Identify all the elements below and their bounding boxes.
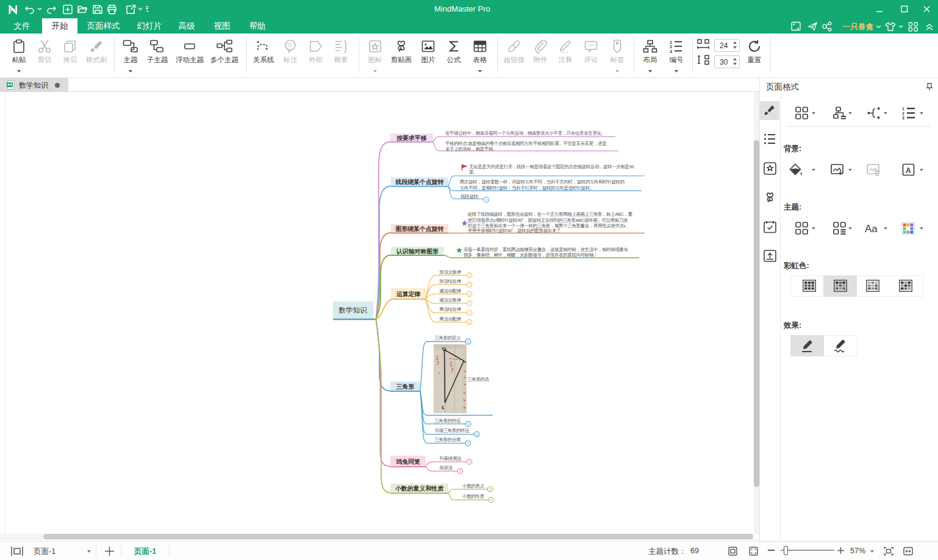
svg-text:2: 2 (902, 112, 904, 116)
svg-text:1: 1 (490, 498, 492, 502)
svg-text:1: 1 (468, 311, 470, 314)
svg-text:3: 3 (467, 422, 469, 426)
svg-text:假设法: 假设法 (440, 465, 453, 470)
svg-text:很多，像剪纸，树叶，蝴蝶，京剧脸谱等，折痕所在的直线叫对称轴: 很多，像剪纸，树叶，蝴蝶，京剧脸谱等，折痕所在的直线叫对称轴！ (464, 252, 598, 258)
svg-text:1: 1 (467, 340, 469, 344)
svg-text:Aa: Aa (865, 223, 878, 235)
svg-text:1: 1 (468, 321, 470, 324)
svg-text:小数的意义: 小数的意义 (462, 483, 484, 489)
svg-text:1: 1 (468, 292, 470, 296)
svg-text:三角形的分类: 三角形的分类 (435, 437, 462, 442)
svg-text:线段旋转: 线段旋转 (461, 194, 479, 199)
svg-text:减法分配律: 减法分配律 (439, 288, 461, 294)
svg-text:处除了线段能旋转，图形也会旋转，在一个正方形网格上画画上三角: 处除了线段能旋转，图形也会旋转，在一个正方形网格上画画上三角形，标上ABC，要 (467, 211, 633, 217)
svg-text:减法交换律: 减法交换律 (439, 297, 461, 303)
svg-text:2: 2 (489, 487, 491, 491)
svg-text:两次旋转，旋转度数一样，但旋转方向不同，当杆子关闭时，旋转的: 两次旋转，旋转度数一样，但旋转方向不同，当杆子关闭时，旋转的方向和时针旋转的 (459, 179, 625, 185)
svg-text:三角形的特征: 三角形的特征 (435, 418, 462, 424)
svg-text:1: 1 (902, 107, 904, 111)
svg-text:把它绕着原点c顺时针旋转90°，那旋转之后得到的三角形ABC: 把它绕着原点c顺时针旋转90°，那旋转之后得到的三角形ABC该咋画，可以用剪刀按 (468, 218, 628, 223)
svg-text:小数的性质: 小数的性质 (462, 494, 484, 499)
svg-text:认识轴对称图形: 认识轴对称图形 (396, 248, 439, 255)
svg-text:A: A (906, 166, 911, 175)
svg-text:并用手按顺时针旋转90°，旋转后的图形就出来了: 并用手按顺时针旋转90°，旋转后的图形就出来了 (468, 228, 560, 233)
svg-text:一只兽禽: 一只兽禽 (843, 22, 874, 30)
svg-text:1: 1 (468, 302, 470, 305)
svg-text:无论是是关闭还是打开，线段一都是绕着这个固定的点在做旋转运动: 无论是是关闭还是打开，线段一都是绕着这个固定的点在做旋转运动，旋转一次都是90 (469, 164, 634, 169)
svg-text:3: 3 (670, 49, 672, 54)
svg-text:度。: 度。 (469, 169, 478, 175)
svg-text:三角形: 三角形 (396, 383, 415, 390)
svg-text:乘法分配律: 乘法分配律 (439, 316, 461, 322)
svg-text:按要求平移: 按要求平移 (396, 135, 427, 141)
svg-text:3: 3 (485, 198, 487, 202)
svg-text:小数的意义和性质: 小数的意义和性质 (395, 485, 444, 492)
svg-text:2: 2 (467, 441, 469, 445)
svg-text:在平移过程中，物体沿着同一个方向运动，物体形状大小不变，只有: 在平移过程中，物体沿着同一个方向运动，物体形状大小不变，只有位置发生变化。 (445, 130, 606, 136)
svg-text:沿着一条直线对折，直线两边能够完全重合，这就是轴对称，在生活: 沿着一条直线对折，直线两边能够完全重合，这就是轴对称，在生活中，轴对称现象有 (464, 247, 629, 252)
svg-text:平移的特点:就是物体的每个点都沿着相同方向平移相同距离，不管: 平移的特点:就是物体的每个点都沿着相同方向平移相同距离，不管是车头车尾，还是 (445, 141, 606, 146)
svg-text:3: 3 (902, 116, 904, 120)
svg-text:1: 1 (468, 283, 470, 286)
svg-text:图形绕某个点旋转: 图形绕某个点旋转 (396, 225, 444, 232)
svg-text:5: 5 (459, 469, 461, 473)
svg-text:列表猜测法: 列表猜测法 (440, 456, 462, 461)
svg-text:1: 1 (468, 274, 470, 277)
svg-text:3: 3 (476, 433, 478, 436)
svg-text:鸡兔同笼: 鸡兔同笼 (395, 458, 420, 465)
svg-text:加法结合律: 加法结合律 (439, 278, 461, 284)
svg-text:乘法结合律: 乘法结合律 (439, 307, 461, 312)
svg-text:桌子上的水杯，都是平移。: 桌子上的水杯，都是平移。 (445, 146, 497, 152)
svg-text:三角形的高: 三角形的高 (468, 377, 490, 382)
svg-text:三角形的定义: 三角形的定义 (435, 335, 462, 341)
svg-text:线段绕某个点旋转: 线段绕某个点旋转 (395, 179, 444, 185)
svg-text:加法交换律: 加法交换律 (439, 269, 461, 275)
svg-text:运算定律: 运算定律 (396, 291, 421, 297)
svg-text:等腰三角形的特征: 等腰三角形的特征 (435, 428, 470, 433)
svg-text:数学知识: 数学知识 (338, 306, 367, 314)
svg-text:方向不同，是顺时针旋转；当杆子打开时，旋转的方向是逆时针旋转: 方向不同，是顺时针旋转；当杆子打开时，旋转的方向是逆时针旋转。 (460, 185, 594, 191)
